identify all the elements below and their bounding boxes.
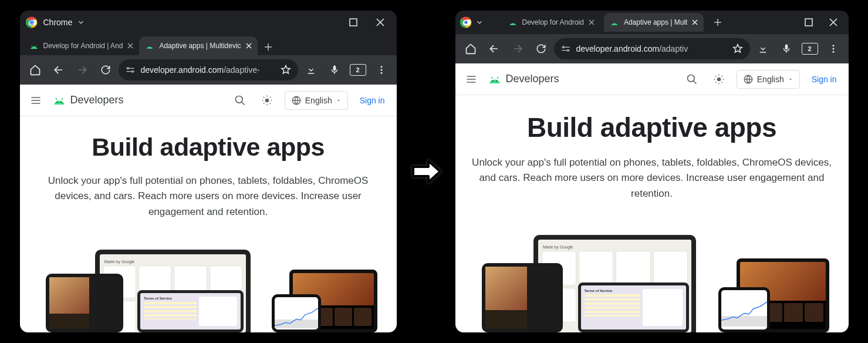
caret-down-icon <box>336 97 342 103</box>
developers-logo[interactable]: Developers <box>52 94 124 106</box>
tab-close-button[interactable] <box>692 19 698 25</box>
svg-point-2 <box>30 21 33 24</box>
svg-point-16 <box>265 98 269 102</box>
language-label: English <box>305 96 332 105</box>
svg-point-20 <box>464 21 468 24</box>
maximize-button[interactable] <box>343 14 364 31</box>
hero-devices-image: Made by Google Nest Cam£89.99 Terms of S… <box>20 231 397 332</box>
browser-tab-active[interactable]: Adaptive apps | Mult <box>604 13 704 32</box>
android-favicon-icon <box>610 19 619 26</box>
search-button[interactable] <box>683 70 701 89</box>
new-tab-button[interactable] <box>710 14 726 31</box>
url-text: developer.android.com/adaptiv <box>576 44 727 53</box>
maximize-button[interactable] <box>798 14 819 31</box>
svg-point-8 <box>127 68 129 69</box>
svg-point-4 <box>32 46 33 47</box>
language-selector[interactable]: English <box>737 70 800 89</box>
sign-in-link[interactable]: Sign in <box>808 75 840 84</box>
browser-toolbar: developer.android.com/adaptiv 2 <box>455 34 849 63</box>
omnibox[interactable]: developer.android.com/adaptiv <box>554 38 750 59</box>
language-selector[interactable]: English <box>285 91 348 110</box>
svg-point-31 <box>492 80 493 82</box>
svg-point-7 <box>151 46 151 47</box>
browser-window-narrow: Chrome Develop for Android | And Adaptiv… <box>20 11 397 332</box>
globe-icon <box>291 95 302 106</box>
search-button[interactable] <box>231 91 249 110</box>
tab-close-button[interactable] <box>589 19 595 25</box>
browser-tab-active[interactable]: Adaptive apps | Multidevic <box>139 36 257 55</box>
android-favicon-icon <box>145 42 154 49</box>
hero-section: Build adaptive apps Unlock your app's fu… <box>20 116 397 220</box>
tab-title: Adaptive apps | Multidevic <box>159 42 241 50</box>
svg-rect-25 <box>805 19 812 26</box>
android-head-icon <box>52 96 67 105</box>
bookmark-star-icon[interactable] <box>281 65 291 75</box>
svg-point-6 <box>148 46 148 47</box>
svg-point-24 <box>616 23 616 23</box>
developers-logo[interactable]: Developers <box>487 73 559 85</box>
svg-point-11 <box>380 69 382 71</box>
browser-tab[interactable]: Develop for Android <box>502 13 600 32</box>
page-content: Developers English Sign in Build adaptiv… <box>20 85 397 332</box>
hero-subtitle: Unlock your app's full potential on phon… <box>34 173 383 220</box>
back-button[interactable] <box>484 38 505 59</box>
tab-title: Develop for Android | And <box>43 42 123 50</box>
svg-point-33 <box>687 75 694 82</box>
new-tab-button[interactable] <box>260 39 276 55</box>
svg-point-21 <box>511 23 512 23</box>
tab-close-button[interactable] <box>127 43 133 49</box>
reload-button[interactable] <box>95 59 116 80</box>
site-header: Developers English Sign in <box>455 63 849 95</box>
tab-count-button[interactable]: 2 <box>347 59 369 80</box>
back-button[interactable] <box>48 59 69 80</box>
tab-title: Adaptive apps | Mult <box>624 18 688 26</box>
theme-toggle-button[interactable] <box>258 91 276 110</box>
svg-rect-3 <box>350 19 357 26</box>
tab-count-button[interactable]: 2 <box>799 38 820 59</box>
bookmark-star-icon[interactable] <box>732 43 743 54</box>
brand-text: Developers <box>506 73 559 85</box>
browser-toolbar: developer.android.com/adaptive- 2 <box>20 55 397 85</box>
android-head-icon <box>487 75 502 84</box>
globe-icon <box>743 74 754 85</box>
download-button[interactable] <box>300 59 322 80</box>
browser-tab[interactable]: Develop for Android | And <box>23 36 140 55</box>
chevron-down-icon[interactable] <box>475 18 484 26</box>
svg-point-30 <box>832 51 834 53</box>
forward-button[interactable] <box>72 59 93 80</box>
theme-toggle-button[interactable] <box>710 70 728 89</box>
hamburger-menu-button[interactable] <box>28 95 43 106</box>
svg-point-29 <box>832 48 834 50</box>
reload-button[interactable] <box>531 38 552 59</box>
overflow-menu-button[interactable] <box>823 38 844 59</box>
mic-button[interactable] <box>776 38 797 59</box>
svg-point-9 <box>131 70 133 72</box>
svg-point-32 <box>496 80 497 82</box>
language-label: English <box>757 75 784 84</box>
close-window-button[interactable] <box>370 14 391 31</box>
chrome-icon <box>460 16 472 28</box>
home-button[interactable] <box>460 38 481 59</box>
sign-in-link[interactable]: Sign in <box>356 96 389 105</box>
overflow-menu-button[interactable] <box>371 59 392 80</box>
close-window-button[interactable] <box>823 14 844 31</box>
site-header: Developers English Sign in <box>20 85 397 116</box>
svg-point-27 <box>567 49 569 51</box>
url-text: developer.android.com/adaptive- <box>141 65 275 75</box>
chrome-icon <box>26 16 38 28</box>
tab-close-button[interactable] <box>246 43 252 49</box>
home-button[interactable] <box>25 59 46 80</box>
mic-button[interactable] <box>324 59 345 80</box>
hero-devices-image: Made by Google Nest Cam£89.99 Terms of S… <box>455 213 849 332</box>
omnibox[interactable]: developer.android.com/adaptive- <box>119 59 298 80</box>
hero-section: Build adaptive apps Unlock your app's fu… <box>455 95 849 201</box>
chevron-down-icon[interactable] <box>77 18 85 26</box>
hero-subtitle: Unlock your app's full potential on phon… <box>470 155 835 201</box>
download-button[interactable] <box>752 38 774 59</box>
svg-point-26 <box>562 46 564 48</box>
forward-button[interactable] <box>507 38 528 59</box>
site-settings-icon[interactable] <box>561 44 570 53</box>
browser-window-wide: Develop for Android Adaptive apps | Mult… <box>455 11 849 332</box>
site-settings-icon[interactable] <box>126 65 135 75</box>
hamburger-menu-button[interactable] <box>464 73 479 85</box>
